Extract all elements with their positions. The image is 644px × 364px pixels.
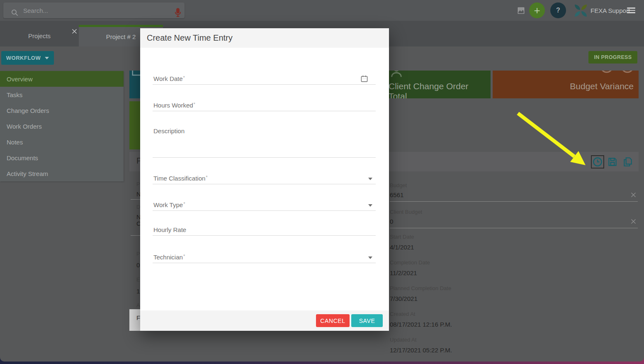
technician-select[interactable]: Technician* <box>153 242 376 263</box>
field-label-created-at: Created At <box>390 311 415 317</box>
completion-date-value: 11/2/2021 <box>390 269 417 276</box>
chevron-down-icon <box>45 57 49 59</box>
question-icon: ? <box>556 7 560 14</box>
modal-footer: CANCEL SAVE <box>140 310 389 331</box>
field-label: Technician* <box>153 254 185 261</box>
time-classification-select[interactable]: Time Classification* <box>153 163 376 184</box>
field-value: 1 <box>136 288 140 295</box>
chevron-down-icon <box>368 257 372 259</box>
sidebar-item-work-orders[interactable]: Work Orders <box>0 118 124 134</box>
sidebar-item-activity-stream[interactable]: Activity Stream <box>0 166 124 181</box>
tab-label: Projects <box>28 32 51 39</box>
fexa-logo-icon <box>575 5 587 17</box>
sidebar-item-notes[interactable]: Notes <box>0 134 124 150</box>
sidebar: Overview Tasks Change Orders Work Orders… <box>0 71 124 181</box>
plus-icon: + <box>534 5 540 16</box>
save-record-icon[interactable] <box>607 156 618 167</box>
workflow-label: WORKFLOW <box>6 55 41 61</box>
save-button[interactable]: SAVE <box>351 314 383 327</box>
work-date-field[interactable]: Work Date* <box>153 63 376 85</box>
field-label: Time Classification* <box>153 175 208 182</box>
create-time-entry-modal: Create New Time Entry Work Date* Hours W… <box>140 28 389 331</box>
created-at-value: 08/17/2021 12:16 P.M. <box>390 321 452 328</box>
clear-icon[interactable] <box>630 218 637 225</box>
field-label: E <box>136 276 140 283</box>
field-label: Hours Worked* <box>153 102 195 109</box>
tab-projects[interactable]: Projects <box>0 25 79 46</box>
chevron-down-icon <box>368 204 372 207</box>
app-root: + ? FEXA Support Projects Project # 2 WO… <box>0 0 644 364</box>
card-title: Budget Variance <box>570 81 634 91</box>
time-entry-icon-highlight <box>591 155 604 169</box>
start-date-value: 4/1/2021 <box>390 244 414 251</box>
field-label: Work Type* <box>153 201 185 208</box>
time-entry-clock-icon[interactable] <box>592 156 603 167</box>
status-badge: IN PROGRESS <box>588 51 637 64</box>
copy-icon[interactable] <box>622 156 633 167</box>
person-icon <box>389 71 403 78</box>
global-search[interactable] <box>3 2 185 18</box>
stat-card-budget-variance: Budget Variance <box>493 71 639 98</box>
field-label: P <box>136 181 140 187</box>
field-label: P <box>136 251 140 257</box>
stat-card-client-change-order: Client Change Order Total <box>389 71 491 98</box>
client-budget-input[interactable]: 0 <box>390 218 393 225</box>
field-label-completion-date: Completion Date <box>390 259 430 266</box>
status-badge-label: IN PROGRESS <box>594 54 632 60</box>
search-icon <box>11 9 19 17</box>
sidebar-item-overview[interactable]: Overview <box>0 71 124 87</box>
field-value: F <box>136 314 140 321</box>
sidebar-item-documents[interactable]: Documents <box>0 150 124 166</box>
hourly-rate-field[interactable]: Hourly Rate <box>153 214 376 236</box>
calendar-icon[interactable] <box>360 75 368 83</box>
microphone-icon[interactable] <box>174 7 182 18</box>
add-button[interactable]: + <box>529 2 545 18</box>
broken-image-icon <box>517 7 525 15</box>
field-label-start-date: Start Date <box>390 234 414 240</box>
close-tab-icon[interactable] <box>71 28 78 34</box>
tab-label: Project # 2 <box>106 33 136 40</box>
user-menu-label[interactable]: FEXA Support <box>591 7 630 14</box>
budget-input[interactable]: 6561 <box>390 191 403 198</box>
modal-title: Create New Time Entry <box>147 33 233 43</box>
scale-icon <box>598 71 636 75</box>
work-type-select[interactable]: Work Type* <box>153 189 376 211</box>
card-title: Client Change Order Total <box>389 81 486 98</box>
chevron-down-icon <box>368 178 372 180</box>
sidebar-item-change-orders[interactable]: Change Orders <box>0 103 124 118</box>
menu-icon[interactable] <box>627 7 635 13</box>
field-label-client-budget: Client Budget* <box>390 208 424 215</box>
field-label-updated-at: Updated At <box>390 337 416 343</box>
top-bar: + ? FEXA Support <box>0 0 644 21</box>
clear-icon[interactable] <box>630 192 637 198</box>
field-label-budget: Budget* <box>390 181 409 188</box>
search-input[interactable] <box>22 2 163 18</box>
field-label: Hourly Rate <box>153 226 187 233</box>
field-label: A <box>136 302 140 308</box>
cancel-button[interactable]: CANCEL <box>316 314 350 327</box>
field-label: Description <box>153 127 185 134</box>
help-button[interactable]: ? <box>550 2 566 18</box>
field-label: Work Date* <box>153 75 185 82</box>
hours-worked-field[interactable]: Hours Worked* <box>153 90 376 111</box>
planned-completion-date-value: 7/30/2021 <box>390 295 418 302</box>
field-value: 0 <box>136 261 140 269</box>
sidebar-item-tasks[interactable]: Tasks <box>0 87 124 103</box>
workflow-button[interactable]: WORKFLOW <box>1 51 54 65</box>
field-label: D <box>136 204 140 210</box>
updated-at-value: 12/17/2021 05:22 P.M. <box>390 347 452 354</box>
field-label-planned-completion-date: Planned Completion Date <box>390 285 451 291</box>
description-field[interactable]: Description <box>153 126 376 158</box>
modal-header: Create New Time Entry <box>140 28 389 48</box>
